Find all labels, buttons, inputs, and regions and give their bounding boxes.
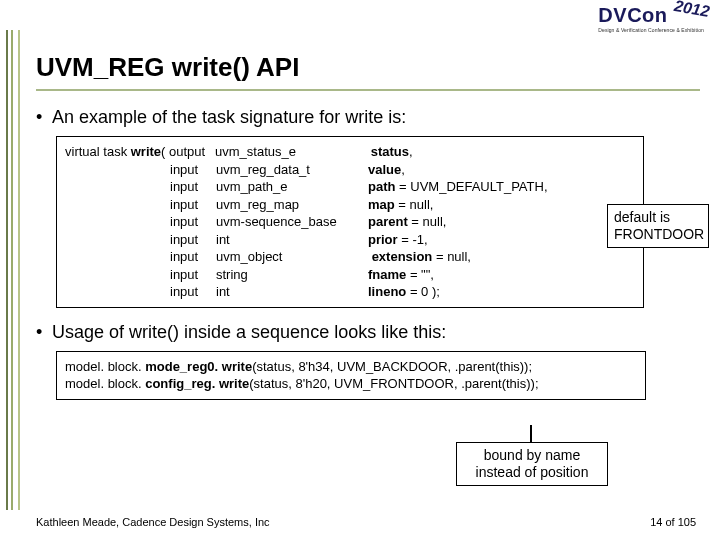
sig-post: , xyxy=(409,144,413,159)
sig-row: inputuvm-sequence_baseparent = null, xyxy=(65,213,635,231)
sig-arg: value xyxy=(368,162,401,177)
sig-row: inputintlineno = 0 ); xyxy=(65,283,635,301)
sig-type: uvm-sequence_base xyxy=(216,213,368,231)
sig-post: = -1, xyxy=(398,232,428,247)
sig-type: uvm_reg_map xyxy=(216,196,368,214)
usage-box: model. block. mode_reg0. write(status, 8… xyxy=(56,351,646,400)
logo-con: Con xyxy=(627,4,667,26)
sig-post: = null, xyxy=(408,214,447,229)
sig-post: , xyxy=(401,162,405,177)
bullet-1: An example of the task signature for wri… xyxy=(36,107,700,128)
sig-type: uvm_object xyxy=(216,248,368,266)
sig-dir: input xyxy=(170,248,216,266)
left-accent-rail xyxy=(6,30,20,510)
logo-sub: Design & Verification Conference & Exhib… xyxy=(598,27,704,33)
usage-l2b: config_reg. write xyxy=(145,376,249,391)
logo-dv: DV xyxy=(598,4,627,26)
connector-line xyxy=(530,425,532,442)
sig-fn: write xyxy=(131,144,161,159)
sig-dir: input xyxy=(170,213,216,231)
sig-dir: output xyxy=(169,143,215,161)
sig-arg: path xyxy=(368,179,395,194)
sig-type: uvm_status_e xyxy=(215,143,367,161)
sig-dir: input xyxy=(170,283,216,301)
usage-line: model. block. mode_reg0. write(status, 8… xyxy=(65,358,637,376)
sig-type: uvm_reg_data_t xyxy=(216,161,368,179)
callout-line: default is xyxy=(614,209,702,226)
sig-post: = "", xyxy=(406,267,434,282)
sig-open: ( xyxy=(161,144,169,159)
page-title: UVM_REG write() API xyxy=(36,52,700,91)
usage-l1c: (status, 8'h34, UVM_BACKDOOR, .parent(th… xyxy=(252,359,532,374)
sig-row: virtual task write( outputuvm_status_e s… xyxy=(65,143,635,161)
sig-row: inputintprior = -1, xyxy=(65,231,635,249)
sig-type: int xyxy=(216,283,368,301)
sig-row: inputuvm_object extension = null, xyxy=(65,248,635,266)
sig-arg: parent xyxy=(368,214,408,229)
sig-post: = null, xyxy=(395,197,434,212)
callout-named-binding: bound by name instead of position xyxy=(456,442,608,486)
sig-lead: virtual task xyxy=(65,144,131,159)
usage-line: model. block. config_reg. write(status, … xyxy=(65,375,637,393)
sig-arg: extension xyxy=(372,249,433,264)
usage-l2c: (status, 8'h20, UVM_FRONTDOOR, .parent(t… xyxy=(249,376,538,391)
logo-block: DVCon 2012 Design & Verification Confere… xyxy=(598,4,704,33)
sig-row: inputuvm_reg_mapmap = null, xyxy=(65,196,635,214)
sig-type: string xyxy=(216,266,368,284)
footer-author: Kathleen Meade, Cadence Design Systems, … xyxy=(36,516,270,528)
callout-frontdoor: default is FRONTDOOR xyxy=(607,204,709,248)
sig-arg: prior xyxy=(368,232,398,247)
callout-line: bound by name xyxy=(463,447,601,464)
bullet-2: Usage of write() inside a sequence looks… xyxy=(36,322,700,343)
sig-post: = null, xyxy=(432,249,471,264)
sig-row: inputuvm_reg_data_tvalue, xyxy=(65,161,635,179)
usage-l2a: model. block. xyxy=(65,376,145,391)
usage-l1a: model. block. xyxy=(65,359,145,374)
usage-l1b: mode_reg0. write xyxy=(145,359,252,374)
sig-arg: lineno xyxy=(368,284,406,299)
callout-line: instead of position xyxy=(463,464,601,481)
sig-dir: input xyxy=(170,231,216,249)
sig-post: = UVM_DEFAULT_PATH, xyxy=(395,179,547,194)
sig-type: uvm_path_e xyxy=(216,178,368,196)
sig-dir: input xyxy=(170,178,216,196)
sig-post: = 0 ); xyxy=(406,284,440,299)
sig-dir: input xyxy=(170,266,216,284)
sig-dir: input xyxy=(170,196,216,214)
sig-arg: status xyxy=(371,144,409,159)
footer-page: 14 of 105 xyxy=(650,516,696,528)
sig-type: int xyxy=(216,231,368,249)
signature-box: virtual task write( outputuvm_status_e s… xyxy=(56,136,644,308)
slide-content: UVM_REG write() API An example of the ta… xyxy=(36,52,700,414)
sig-arg: map xyxy=(368,197,395,212)
sig-row: inputuvm_path_epath = UVM_DEFAULT_PATH, xyxy=(65,178,635,196)
callout-line: FRONTDOOR xyxy=(614,226,702,243)
sig-dir: input xyxy=(170,161,216,179)
sig-row: inputstringfname = "", xyxy=(65,266,635,284)
sig-arg: fname xyxy=(368,267,406,282)
